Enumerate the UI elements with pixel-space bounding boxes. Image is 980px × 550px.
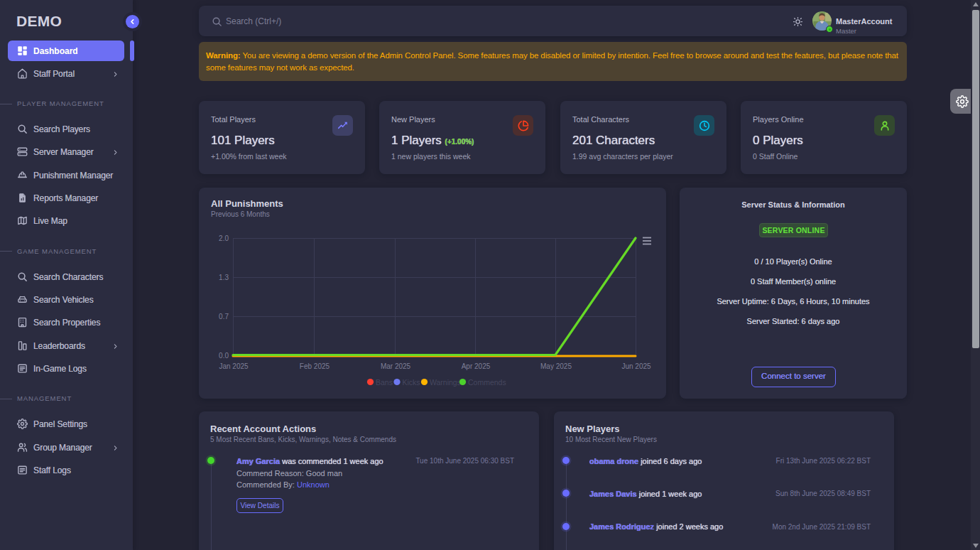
svg-text:Warnings: Warnings: [430, 378, 461, 387]
svg-text:2.0: 2.0: [219, 234, 229, 242]
svg-text:Bans: Bans: [376, 378, 393, 387]
svg-text:Commends: Commends: [468, 378, 506, 387]
svg-text:Feb 2025: Feb 2025: [300, 362, 330, 370]
svg-text:Jan 2025: Jan 2025: [219, 362, 249, 370]
svg-text:0.7: 0.7: [219, 313, 229, 320]
svg-text:Apr 2025: Apr 2025: [462, 362, 491, 370]
svg-text:1.3: 1.3: [219, 274, 229, 281]
svg-text:Mar 2025: Mar 2025: [381, 362, 411, 370]
svg-text:May 2025: May 2025: [540, 362, 572, 370]
svg-text:Kicks: Kicks: [403, 378, 420, 387]
svg-text:Jun 2025: Jun 2025: [621, 362, 651, 370]
svg-text:0.0: 0.0: [219, 352, 229, 360]
